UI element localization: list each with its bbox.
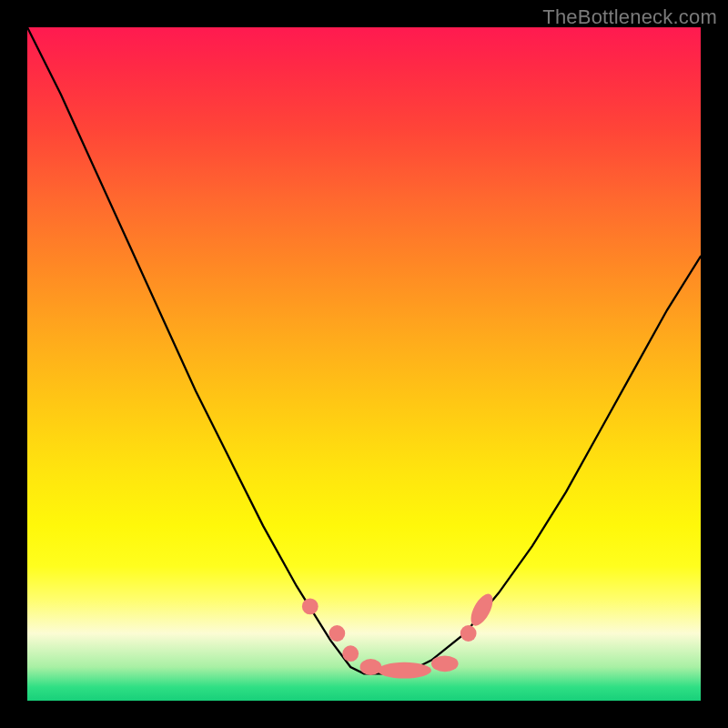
v-curve-line [27, 27, 701, 673]
right-dot-1 [460, 625, 477, 642]
left-dot-2 [329, 625, 346, 642]
watermark-text: TheBottleneck.com [542, 5, 717, 29]
left-dot-1 [302, 599, 318, 615]
flat-right [431, 655, 459, 672]
chart-frame: TheBottleneck.com [0, 0, 728, 728]
marker-group [302, 591, 497, 679]
left-dot-3 [342, 645, 359, 662]
curve-svg [27, 27, 701, 701]
flat-left [360, 659, 382, 675]
right-pill-1 [467, 591, 498, 629]
curve-group [27, 27, 701, 673]
flat-center [378, 662, 431, 679]
plot-area [27, 27, 701, 701]
